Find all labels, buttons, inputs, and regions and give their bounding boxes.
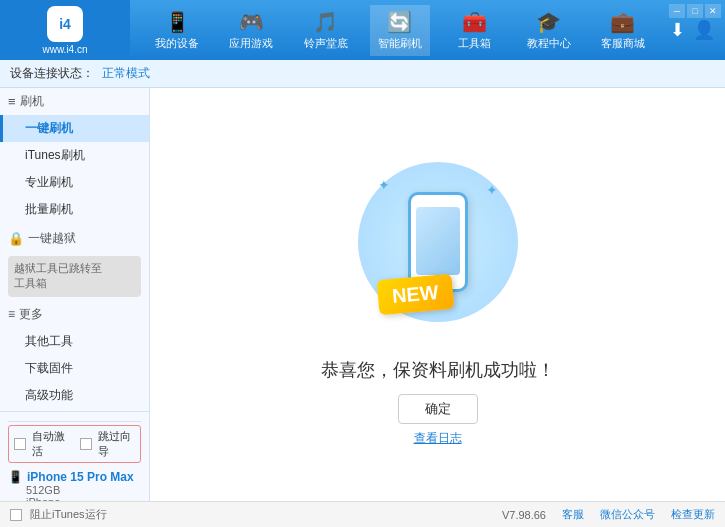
autodetect-row: 自动激活 跳过向导	[8, 425, 141, 463]
sidebar-section-jailbreak: 🔒 一键越狱 越狱工具已跳转至工具箱	[0, 225, 149, 297]
window-controls: ─ □ ✕	[669, 4, 721, 18]
nav-service[interactable]: 💼 客服商城	[593, 5, 653, 56]
logo-icon: i4	[47, 6, 83, 42]
sidebar-item-one-key-flash[interactable]: 一键刷机	[0, 115, 149, 142]
sidebar-item-other-tools[interactable]: 其他工具	[0, 328, 149, 355]
apps-icon: 🎮	[239, 10, 264, 34]
logo-url: www.i4.cn	[42, 44, 87, 55]
device-icon: 📱	[165, 10, 190, 34]
sidebar-section-flash-header[interactable]: ≡ 刷机	[0, 88, 149, 115]
device-section: 自动激活 跳过向导 📱 iPhone 15 Pro Max 512GB iPho…	[0, 411, 149, 501]
sidebar-item-batch-flash[interactable]: 批量刷机	[0, 196, 149, 223]
bottom-left: 阻止iTunes运行	[10, 507, 107, 522]
sidebar-section-flash: ≡ 刷机 一键刷机 iTunes刷机 专业刷机 批量刷机	[0, 88, 149, 223]
flash-section-icon: ≡	[8, 94, 16, 109]
skip-wizard-checkbox[interactable]	[80, 438, 92, 450]
new-badge: NEW	[376, 274, 453, 315]
device-type: iPhone	[8, 496, 141, 501]
flash-section-label: 刷机	[20, 93, 44, 110]
window-close-btn[interactable]: ✕	[705, 4, 721, 18]
autodetect-label: 自动激活	[32, 429, 70, 459]
success-text: 恭喜您，保资料刷机成功啦！	[321, 358, 555, 382]
device-storage: 512GB	[8, 484, 141, 496]
window-max-btn[interactable]: □	[687, 4, 703, 18]
breadcrumb-status: 正常模式	[102, 65, 150, 82]
breadcrumb: 设备连接状态： 正常模式	[0, 60, 725, 88]
sidebar-item-download-firmware[interactable]: 下载固件	[0, 355, 149, 382]
sidebar: ≡ 刷机 一键刷机 iTunes刷机 专业刷机 批量刷机	[0, 88, 150, 501]
divider	[8, 421, 141, 422]
header-right: ⬇ 👤	[670, 19, 725, 41]
skip-wizard-label: 跳过向导	[98, 429, 136, 459]
log-link[interactable]: 查看日志	[414, 430, 462, 447]
download-btn[interactable]: ⬇	[670, 19, 685, 41]
version-label: V7.98.66	[502, 509, 546, 521]
itunes-label: 阻止iTunes运行	[30, 507, 107, 522]
success-illustration: ✦ ✦ NEW	[338, 142, 538, 342]
toolbox-icon: 🧰	[462, 10, 487, 34]
sidebar-item-itunes-flash[interactable]: iTunes刷机	[0, 142, 149, 169]
window-min-btn[interactable]: ─	[669, 4, 685, 18]
device-info: 📱 iPhone 15 Pro Max 512GB iPhone	[8, 467, 141, 501]
confirm-button[interactable]: 确定	[398, 394, 478, 424]
autodetect-checkbox[interactable]	[14, 438, 26, 450]
sparkle-top-right-icon: ✦	[486, 182, 498, 198]
nav-smart-flash[interactable]: 🔄 智能刷机	[370, 5, 430, 56]
nav-bar: 📱 我的设备 🎮 应用游戏 🎵 铃声堂底 🔄 智能刷机 🧰 工具箱 🎓	[130, 0, 670, 60]
tutorial-icon: 🎓	[536, 10, 561, 34]
main-layout: ≡ 刷机 一键刷机 iTunes刷机 专业刷机 批量刷机	[0, 88, 725, 501]
wechat-btn[interactable]: 微信公众号	[600, 507, 655, 522]
breadcrumb-base: 设备连接状态：	[10, 65, 94, 82]
nav-ringtone[interactable]: 🎵 铃声堂底	[296, 5, 356, 56]
header: i4 www.i4.cn 📱 我的设备 🎮 应用游戏 🎵 铃声堂底 🔄 智能刷机	[0, 0, 725, 60]
refresh-btn[interactable]: 检查更新	[671, 507, 715, 522]
sidebar-item-advanced[interactable]: 高级功能	[0, 382, 149, 409]
device-phone-icon: 📱	[8, 470, 23, 484]
nav-apps-games[interactable]: 🎮 应用游戏	[221, 5, 281, 56]
sidebar-item-pro-flash[interactable]: 专业刷机	[0, 169, 149, 196]
sparkle-top-left-icon: ✦	[378, 177, 390, 193]
sidebar-more-header[interactable]: ≡ 更多	[0, 301, 149, 328]
device-name: 📱 iPhone 15 Pro Max	[8, 470, 141, 484]
sidebar-section-jailbreak-header[interactable]: 🔒 一键越狱	[0, 225, 149, 252]
ringtone-icon: 🎵	[313, 10, 338, 34]
logo-area: i4 www.i4.cn	[0, 0, 130, 60]
server-btn[interactable]: 客服	[562, 507, 584, 522]
flash-icon: 🔄	[387, 10, 412, 34]
more-section-icon: ≡	[8, 307, 15, 321]
nav-tutorial[interactable]: 🎓 教程中心	[519, 5, 579, 56]
more-section-label: 更多	[19, 306, 43, 323]
phone-screen	[416, 207, 460, 275]
sidebar-section-more: ≡ 更多 其他工具 下载固件 高级功能	[0, 301, 149, 409]
itunes-checkbox[interactable]	[10, 509, 22, 521]
bottom-bar: 阻止iTunes运行 V7.98.66 客服 微信公众号 检查更新	[0, 501, 725, 527]
jailbreak-note: 越狱工具已跳转至工具箱	[8, 256, 141, 297]
profile-btn[interactable]: 👤	[693, 19, 715, 41]
content-area: ✦ ✦ NEW 恭喜您，保资料刷机成功啦！ 确定 查看日	[150, 88, 725, 501]
service-icon: 💼	[610, 10, 635, 34]
nav-my-device[interactable]: 📱 我的设备	[147, 5, 207, 56]
nav-toolbox[interactable]: 🧰 工具箱	[444, 5, 504, 56]
bottom-right: V7.98.66 客服 微信公众号 检查更新	[502, 507, 715, 522]
jailbreak-section-label: 一键越狱	[28, 230, 76, 247]
lock-icon: 🔒	[8, 231, 24, 246]
phone-circle: ✦ ✦ NEW	[358, 162, 518, 322]
